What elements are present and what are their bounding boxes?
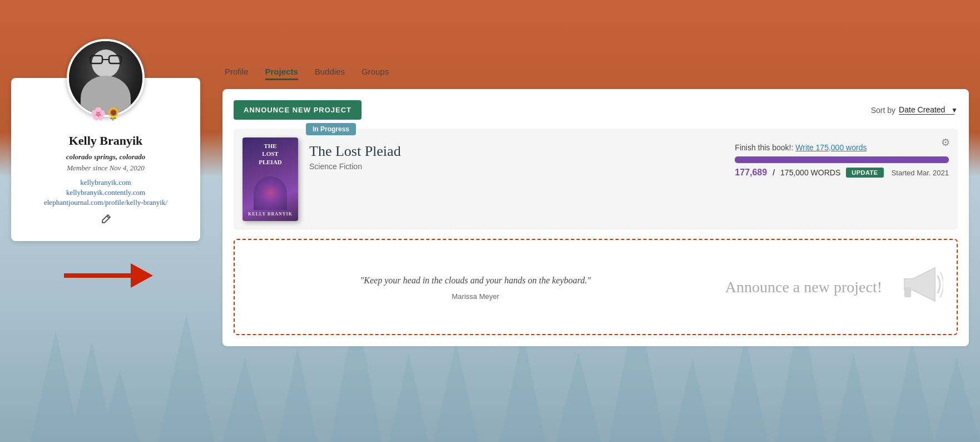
quote-text: "Keep your head in the clouds and your h… bbox=[248, 273, 703, 288]
word-count-separator: / bbox=[773, 168, 775, 177]
arrow-shaft bbox=[64, 273, 131, 278]
update-button[interactable]: UPDATE bbox=[846, 168, 883, 178]
svg-rect-30 bbox=[904, 287, 911, 297]
progress-bar-background bbox=[735, 156, 949, 163]
finish-label: Finish this book!: bbox=[735, 143, 793, 152]
profile-link-3[interactable]: elephantjournal.com/profile/kelly-branyi… bbox=[44, 198, 167, 207]
tab-profile[interactable]: Profile bbox=[225, 67, 249, 80]
announce-cta-text[interactable]: Announce a new project! bbox=[703, 278, 882, 296]
profile-name: Kelly Branyik bbox=[69, 134, 143, 148]
arrow-head bbox=[131, 263, 153, 288]
tab-buddies[interactable]: Buddies bbox=[315, 67, 345, 80]
content-topbar: ANNOUNCE NEW PROJECT Sort by Date Create… bbox=[234, 100, 958, 120]
sort-select[interactable]: Date Created Title Genre Word Count bbox=[899, 105, 954, 115]
avatar-glasses bbox=[89, 53, 122, 65]
avatar bbox=[67, 39, 145, 117]
word-count-row: 177,689 / 175,000 WORDS UPDATE Started M… bbox=[735, 168, 949, 178]
project-info: The Lost Pleiad Science Fiction bbox=[309, 137, 724, 171]
tabs-bar: Profile Projects Buddies Groups bbox=[222, 67, 969, 80]
book-cover: THELOSTPLEIAD KELLY BRANYIK bbox=[242, 137, 298, 221]
page-wrapper: 🌸🌻 Kelly Branyik colorado springs, color… bbox=[0, 0, 980, 442]
quote-section: "Keep your head in the clouds and your h… bbox=[248, 273, 703, 301]
content-area: ANNOUNCE NEW PROJECT Sort by Date Create… bbox=[222, 89, 969, 346]
project-title[interactable]: The Lost Pleiad bbox=[309, 143, 724, 160]
book-scene-art bbox=[254, 176, 287, 210]
sidebar: 🌸🌻 Kelly Branyik colorado springs, color… bbox=[0, 0, 211, 442]
progress-bar-fill bbox=[735, 156, 949, 163]
sort-dropdown-icon: ▼ bbox=[951, 106, 958, 114]
svg-rect-24 bbox=[90, 56, 102, 63]
project-card: THELOSTPLEIAD KELLY BRANYIK In Progress … bbox=[234, 129, 958, 230]
announce-box: "Keep your head in the clouds and your h… bbox=[234, 239, 958, 335]
svg-rect-25 bbox=[109, 56, 121, 63]
tab-groups[interactable]: Groups bbox=[362, 67, 389, 80]
project-settings-icon[interactable]: ⚙ bbox=[941, 136, 950, 149]
tab-projects[interactable]: Projects bbox=[265, 67, 298, 80]
main-content: Profile Projects Buddies Groups ANNOUNCE… bbox=[211, 0, 980, 442]
sort-by-label: Sort by bbox=[871, 106, 895, 115]
finish-text: Finish this book!: Write 175,000 words bbox=[735, 143, 949, 152]
word-count-target: 175,000 WORDS bbox=[780, 168, 840, 177]
profile-link-1[interactable]: kellybranyik.com bbox=[80, 178, 131, 187]
profile-link-2[interactable]: kellybranyik.contently.com bbox=[66, 188, 145, 197]
profile-links: kellybranyik.com kellybranyik.contently.… bbox=[44, 178, 167, 207]
quote-author: Marissa Meyer bbox=[248, 292, 703, 301]
book-author-overlay: KELLY BRANYIK bbox=[242, 212, 298, 217]
finish-link[interactable]: Write 175,000 words bbox=[795, 143, 867, 152]
project-genre: Science Fiction bbox=[309, 162, 724, 171]
profile-member-since: Member since Nov 4, 2020 bbox=[67, 164, 145, 173]
profile-card: 🌸🌻 Kelly Branyik colorado springs, color… bbox=[11, 78, 200, 241]
project-stats: Finish this book!: Write 175,000 words 1… bbox=[735, 137, 949, 178]
arrow-indicator bbox=[64, 263, 153, 288]
sort-by-control: Sort by Date Created Title Genre Word Co… bbox=[871, 105, 958, 115]
profile-location: colorado springs, colorado bbox=[66, 153, 146, 161]
edit-profile-icon[interactable] bbox=[100, 214, 111, 228]
megaphone-icon bbox=[893, 257, 943, 317]
book-title-overlay: THELOSTPLEIAD bbox=[242, 142, 298, 166]
announce-new-project-button[interactable]: ANNOUNCE NEW PROJECT bbox=[234, 100, 362, 120]
word-count-current: 177,689 bbox=[735, 168, 767, 178]
status-badge: In Progress bbox=[306, 123, 356, 135]
started-text: Started Mar. 2021 bbox=[892, 169, 949, 177]
flower-decoration: 🌸🌻 bbox=[91, 107, 121, 121]
avatar-image bbox=[69, 41, 142, 115]
